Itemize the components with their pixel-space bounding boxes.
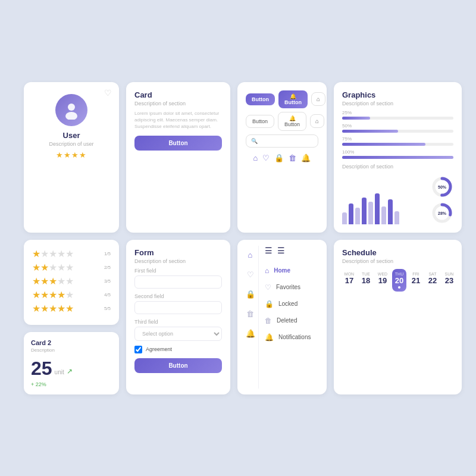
home-icon[interactable]: ⌂ bbox=[253, 154, 258, 162]
day-name-sat: SAT bbox=[428, 272, 436, 276]
bar-chart bbox=[342, 192, 427, 224]
search-bar[interactable]: 🔍 bbox=[246, 134, 318, 148]
day-name-sun: SUN bbox=[445, 272, 454, 276]
cal-day-wed[interactable]: WED 19 bbox=[375, 269, 390, 292]
home-icon-button[interactable]: ⌂ bbox=[311, 92, 325, 106]
cal-day-sun[interactable]: SUN 23 bbox=[442, 269, 456, 292]
notification-icon[interactable]: 🔔 bbox=[301, 154, 311, 162]
nav-item-locked[interactable]: 🔒 Locked bbox=[265, 296, 322, 312]
sidebar-lock-icon[interactable]: 🔒 bbox=[246, 290, 255, 299]
chart-bar bbox=[349, 203, 353, 224]
graphics-section: Graphics Description of section 25% 50% … bbox=[334, 82, 462, 233]
agreement-checkbox[interactable] bbox=[134, 346, 142, 353]
rank-row-2: ★★★★★ 2/5 bbox=[32, 262, 111, 273]
rank-row-1: ★★★★★ 1/5 bbox=[32, 248, 111, 259]
form-field-3: Third field Select option bbox=[134, 319, 222, 341]
checkbox-row: Agreement bbox=[134, 346, 222, 353]
bar-label-75: 75% bbox=[342, 136, 453, 142]
chart-bar bbox=[394, 211, 399, 224]
sidebar-trash-icon[interactable]: 🗑 bbox=[246, 309, 254, 318]
rank-stars-5: ★★★★★ bbox=[32, 303, 74, 314]
user-name: User bbox=[63, 131, 80, 140]
calendar-strip: MON 17 TUE 18 WED 19 THU 20 FRI 21 SAT bbox=[342, 269, 453, 292]
chart-bar bbox=[368, 202, 373, 224]
sidebar-home-icon[interactable]: ⌂ bbox=[248, 250, 253, 259]
field3-label: Third field bbox=[134, 319, 222, 325]
nav-trash-icon: 🗑 bbox=[265, 317, 272, 325]
primary-button-2[interactable]: 🔔 Button bbox=[278, 90, 308, 108]
donut-2: 28% bbox=[431, 202, 453, 224]
outline-button-2[interactable]: 🔔 Button bbox=[278, 112, 306, 131]
form-title: Form bbox=[134, 248, 222, 257]
form-submit-button[interactable]: Button bbox=[134, 358, 222, 373]
cal-day-tue[interactable]: TUE 18 bbox=[359, 269, 373, 292]
heart-icon-btn[interactable]: ♡ bbox=[262, 154, 270, 162]
rank-stars-3: ★★★★★ bbox=[32, 275, 74, 287]
chart-description: Description of section bbox=[342, 164, 453, 170]
form-field-2: Second field bbox=[134, 293, 222, 314]
button-row-2: Button 🔔 Button ⌂ bbox=[246, 112, 318, 131]
nav-main: ☰ ☰ ⌂ Home ♡ Favorites 🔒 Locked 🗑 Delete… bbox=[259, 246, 322, 389]
nav-heart-icon: ♡ bbox=[265, 283, 271, 292]
rank-stars-4: ★★★★★ bbox=[32, 289, 74, 300]
menu-icon-2[interactable]: ☰ bbox=[277, 246, 285, 255]
rank-count-5: 5/5 bbox=[104, 306, 111, 311]
graphics-title: Graphics bbox=[342, 90, 453, 99]
day-name-wed: WED bbox=[378, 272, 387, 276]
field2-label: Second field bbox=[134, 293, 222, 299]
stats-description: Description bbox=[31, 347, 112, 353]
outline-button-1[interactable]: Button bbox=[246, 115, 274, 128]
sidebar-bell-icon[interactable]: 🔔 bbox=[246, 329, 255, 338]
nav-item-favorites[interactable]: ♡ Favorites bbox=[265, 279, 322, 296]
nav-notifications-label: Notifications bbox=[278, 334, 311, 340]
chart-bar bbox=[381, 206, 386, 224]
donut-1: 50% bbox=[431, 176, 453, 198]
cal-day-fri[interactable]: FRI 21 bbox=[409, 269, 423, 292]
rank-stars-1: ★★★★★ bbox=[32, 248, 74, 259]
rank-count-2: 2/5 bbox=[104, 265, 111, 270]
nav-item-home[interactable]: ⌂ Home bbox=[265, 262, 322, 279]
user-stars: ★★★★ bbox=[56, 151, 87, 159]
nav-deleted-label: Deleted bbox=[277, 317, 297, 324]
field3-select[interactable]: Select option bbox=[134, 327, 222, 341]
lock-icon[interactable]: 🔒 bbox=[274, 154, 284, 162]
chart-bar bbox=[388, 199, 393, 224]
main-canvas: ♡ User Description of user ★★★★ Card Des… bbox=[12, 70, 464, 406]
day-name-thu: THU bbox=[395, 272, 403, 276]
heart-icon[interactable]: ♡ bbox=[104, 88, 112, 98]
nav-lock-icon: 🔒 bbox=[265, 300, 274, 308]
nav-home-icon: ⌂ bbox=[265, 267, 269, 275]
field2-input[interactable] bbox=[134, 301, 222, 314]
nav-card: ⌂ ♡ 🔒 🗑 🔔 ☰ ☰ ⌂ Home ♡ Favorites 🔒 Locke… bbox=[237, 240, 327, 394]
rank-count-4: 4/5 bbox=[104, 292, 111, 298]
card-button[interactable]: Button bbox=[134, 136, 222, 151]
nav-home-label: Home bbox=[274, 267, 290, 274]
primary-button-1[interactable]: Button bbox=[246, 93, 275, 105]
nav-item-notifications[interactable]: 🔔 Notifications bbox=[265, 329, 322, 346]
menu-icon[interactable]: ☰ bbox=[265, 246, 273, 255]
bar-label-25: 25% bbox=[342, 110, 453, 115]
home-outline-button[interactable]: ⌂ bbox=[310, 114, 324, 128]
field1-label: First field bbox=[134, 268, 222, 274]
trash-icon[interactable]: 🗑 bbox=[289, 154, 296, 162]
field1-input[interactable] bbox=[134, 275, 222, 289]
cal-day-mon[interactable]: MON 17 bbox=[342, 269, 356, 292]
svg-point-0 bbox=[68, 104, 75, 111]
sidebar-heart-icon[interactable]: ♡ bbox=[247, 270, 254, 279]
card-title: Card bbox=[134, 90, 222, 99]
card-section: Card Description of section Lorem ipsum … bbox=[126, 82, 230, 233]
nav-item-deleted[interactable]: 🗑 Deleted bbox=[265, 312, 322, 329]
bar-label-100: 100% bbox=[342, 149, 453, 155]
day-num-20: 20 bbox=[395, 276, 403, 285]
schedule-card: Schedule Description of section MON 17 T… bbox=[334, 240, 462, 394]
cal-day-thu[interactable]: THU 20 bbox=[392, 269, 406, 292]
nav-header: ☰ ☰ bbox=[265, 246, 322, 255]
button-row-1: Button 🔔 Button ⌂ bbox=[246, 90, 318, 108]
user-card: ♡ User Description of user ★★★★ bbox=[24, 82, 119, 233]
graphics-description: Description of section bbox=[342, 101, 453, 107]
ranks-card: ★★★★★ 1/5 ★★★★★ 2/5 ★★★★★ 3/5 ★★★★★ 4/5 … bbox=[24, 240, 119, 325]
chart-bar bbox=[342, 212, 347, 224]
cal-day-sat[interactable]: SAT 22 bbox=[425, 269, 440, 292]
search-icon: 🔍 bbox=[251, 138, 258, 144]
stats-change: + 22% bbox=[31, 381, 112, 387]
